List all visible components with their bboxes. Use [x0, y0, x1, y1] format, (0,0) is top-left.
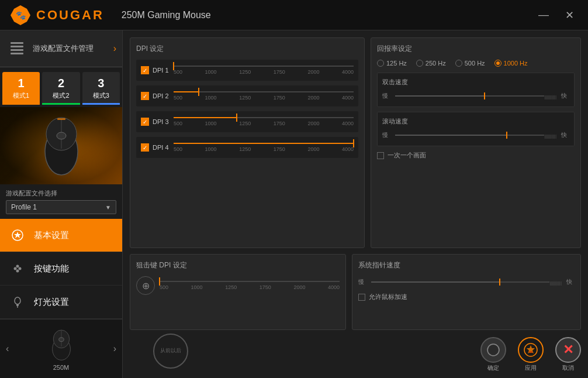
- dpi-tick: 1250: [239, 69, 251, 75]
- cancel-button[interactable]: ✕ 取消: [555, 337, 581, 372]
- title-bar-left: 🐾 COUGAR 250M Gaming Mouse: [9, 4, 211, 26]
- svg-point-9: [57, 132, 66, 139]
- content-top: DPI 设定 DPI 1 500 1000 1250: [130, 37, 581, 248]
- mode-tabs: 1 模式1 2 模式2 3 模式3: [0, 67, 122, 107]
- nav-item-lighting[interactable]: 灯光设置: [0, 286, 122, 319]
- apply-button[interactable]: 应用: [518, 337, 544, 372]
- dpi-row-2: DPI 2 500 1000 1250 1750 2000 4000: [136, 85, 358, 106]
- sidebar-next-arrow[interactable]: ›: [113, 343, 116, 354]
- profile-manager-label: 游戏配置文件管理: [33, 43, 113, 54]
- dpi-panel: DPI 设定 DPI 1 500 1000 1250: [130, 37, 365, 248]
- mode-tab-1-label: 模式1: [13, 91, 29, 100]
- sidebar: 游戏配置文件管理 › 1 模式1 2 模式2 3 模式3: [0, 30, 123, 378]
- dpi-row-4: DPI 4 500 1000 1250 1750 2000 4000: [136, 137, 358, 158]
- dpi1-slider[interactable]: 500 1000 1250 1750 2000 4000: [174, 63, 354, 77]
- nav-buttons-label: 按键功能: [34, 263, 69, 274]
- svg-rect-4: [11, 49, 23, 51]
- cougar-paw-icon: 🐾: [9, 4, 32, 26]
- radio-125hz-label: 125 Hz: [386, 60, 407, 67]
- mode-tab-1-number: 1: [18, 77, 25, 90]
- polling-125hz[interactable]: 125 Hz: [377, 60, 407, 67]
- dpi-row-1: DPI 1 500 1000 1250 1750 2000 4000: [136, 60, 358, 81]
- polling-250hz[interactable]: 250 Hz: [416, 60, 446, 67]
- mode-tab-2[interactable]: 2 模式2: [42, 72, 79, 105]
- cancel-label: 取消: [562, 364, 574, 372]
- nav-item-buttons[interactable]: 按键功能: [0, 252, 122, 286]
- mouse-thumbnail-svg: [47, 327, 76, 362]
- sniper-panel: 狙击键 DPI 设定 ⊕ 500 1000 1250 1750: [130, 254, 346, 330]
- dpi4-slider[interactable]: 500 1000 1250 1750 2000 4000: [174, 140, 354, 154]
- main-layout: 游戏配置文件管理 › 1 模式1 2 模式2 3 模式3: [0, 30, 588, 378]
- mouse-model-name: 250M: [53, 364, 70, 371]
- system-speed-slider[interactable]: | | | | | | | | | |: [371, 276, 562, 288]
- radio-1000hz-circle: [494, 60, 501, 67]
- scroll-speed-slider[interactable]: | | | | | | | | | |: [395, 129, 556, 141]
- dpi2-checkbox[interactable]: [141, 92, 149, 100]
- svg-point-13: [14, 267, 17, 270]
- chevron-right-icon: ›: [113, 43, 116, 54]
- acceleration-row: 允许鼠标加速: [358, 293, 575, 301]
- polling-500hz[interactable]: 500 Hz: [455, 60, 485, 67]
- dpi-tick: 500: [174, 69, 182, 75]
- dpi-tick: 2000: [307, 69, 319, 75]
- dpi3-checkbox[interactable]: [141, 118, 149, 126]
- sidebar-prev-arrow[interactable]: ‹: [6, 343, 9, 354]
- title-bar: 🐾 COUGAR 250M Gaming Mouse — ✕: [0, 0, 588, 30]
- sniper-slider-wrap[interactable]: 500 1000 1250 1750 2000 4000: [160, 281, 340, 290]
- watermark-text: 从前以后: [160, 348, 181, 355]
- svg-rect-28: [529, 351, 532, 353]
- svg-rect-5: [11, 53, 23, 54]
- nav-basic-label: 基本设置: [34, 230, 69, 241]
- mode-tab-3-label: 模式3: [93, 91, 109, 100]
- profile-select[interactable]: Profile 1 ▼: [6, 200, 116, 214]
- profile-label: 游戏配置文件选择: [6, 189, 116, 198]
- scroll-fast-label: 快: [561, 131, 569, 139]
- svg-point-25: [489, 345, 498, 355]
- dpi2-slider[interactable]: 500 1000 1250 1750 2000 4000: [174, 89, 354, 103]
- dpi3-slider[interactable]: 500 1000 1250 1750 2000 4000: [174, 115, 354, 129]
- radio-500hz-circle: [455, 60, 462, 67]
- close-button[interactable]: ✕: [561, 6, 579, 24]
- mouse-preview-svg: [38, 114, 85, 178]
- dpi1-checkbox[interactable]: [141, 66, 149, 74]
- mode-tab-1[interactable]: 1 模式1: [2, 72, 40, 105]
- dpi4-label: DPI 4: [153, 144, 174, 151]
- svg-marker-12: [14, 232, 21, 238]
- acceleration-checkbox[interactable]: [358, 294, 365, 301]
- dpi-tick: 1000: [205, 69, 217, 75]
- watermark: 从前以后: [153, 334, 188, 369]
- svg-rect-10: [57, 118, 65, 120]
- mouse-thumbnail: 250M: [47, 327, 76, 371]
- system-slow-label: 慢: [358, 278, 366, 286]
- dpi-row-3: DPI 3 500 1000 1250 1750 2000 4000: [136, 111, 358, 132]
- minimize-button[interactable]: —: [534, 6, 554, 23]
- profile-select-value: Profile 1: [11, 203, 37, 211]
- radio-250hz-circle: [416, 60, 423, 67]
- content-bottom: 狙击键 DPI 设定 ⊕ 500 1000 1250 1750: [130, 254, 581, 330]
- polling-rate-options: 125 Hz 250 Hz 500 Hz 1000 Hz: [377, 60, 575, 67]
- buttons-icon: [9, 260, 26, 277]
- double-click-panel: 双击速度 慢 | | | |: [377, 73, 575, 107]
- profile-manager-button[interactable]: 游戏配置文件管理 ›: [0, 30, 122, 67]
- lighting-icon: [9, 294, 26, 310]
- system-panel: 系统指针速度 慢 | | | | |: [352, 254, 581, 330]
- confirm-button[interactable]: 确定: [480, 337, 506, 372]
- double-click-slider[interactable]: | | | | | | | | | |: [395, 90, 556, 102]
- radio-500hz-label: 500 Hz: [465, 60, 485, 67]
- radio-125hz-circle: [377, 60, 384, 67]
- nav-item-basic[interactable]: 基本设置: [0, 219, 122, 252]
- confirm-icon: [480, 337, 506, 363]
- one-screen-checkbox[interactable]: [377, 152, 384, 159]
- cancel-icon: ✕: [555, 337, 581, 363]
- mode-tab-3[interactable]: 3 模式3: [82, 72, 120, 105]
- mode-tab-2-label: 模式2: [53, 91, 69, 100]
- bottom-action-bar: 从前以后 确定: [130, 336, 581, 371]
- profile-select-arrow: ▼: [105, 204, 111, 211]
- mode-tab-3-number: 3: [98, 77, 104, 90]
- double-click-slow-label: 慢: [382, 92, 390, 100]
- svg-rect-3: [11, 46, 23, 47]
- dpi-tick: 4000: [342, 69, 354, 75]
- dpi4-checkbox[interactable]: [141, 143, 149, 152]
- polling-1000hz[interactable]: 1000 Hz: [494, 60, 528, 67]
- dpi-tick: 1750: [274, 69, 285, 75]
